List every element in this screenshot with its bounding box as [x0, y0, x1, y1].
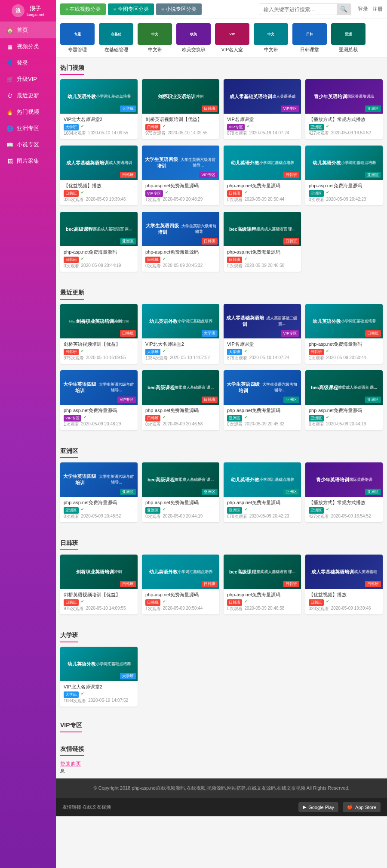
video-card[interactable]: 幼儿英语外教小学词汇基础点培养 日韩班 php-asp.net免费海量源码 日韩… [305, 304, 383, 364]
app-store-badge[interactable]: 🍎 App Store [343, 802, 381, 812]
hot-videos-grid: 幼儿英语外教小学词汇基础点培养 大学班 VIP北大名师课堂2 大学班 ✔ 108… [60, 79, 383, 139]
search-input[interactable] [259, 4, 337, 15]
friend-link-1[interactable]: 赞助购买 [60, 761, 81, 767]
video-tag: 亚洲区 [309, 415, 324, 422]
category-item[interactable]: 中文 中文班 [254, 23, 288, 53]
video-card[interactable]: bec高级课程擦柔成人基础语言 课... 亚洲区 php-asp.net免费海量… [142, 462, 219, 522]
video-card[interactable]: bec高级课程擦柔成人基础语言 课... 日韩班 php-asp.net免费海量… [224, 212, 301, 272]
sidebar-item-vip-upgrade[interactable]: 🛒 升级VIP [0, 71, 56, 87]
sidebar-item-video-category[interactable]: ▦ 视频分类 [0, 38, 56, 55]
category-item[interactable]: 日韩 日韩课堂 [292, 23, 327, 53]
verified-icon: ✔ [163, 415, 166, 422]
video-thumbnail: 成人零基础英语培训成人英语基础二级提... VIP专区 [224, 304, 301, 338]
sidebar-item-recent[interactable]: ⏱ 最近更新 [0, 87, 56, 104]
video-card[interactable]: 剑桥职业英语培训冲刺 日韩班 剑桥英语视频培训【优益】 日韩班 ✔ 975次观看… [60, 555, 138, 614]
sidebar-item-asia[interactable]: 🌐 亚洲专区 [0, 120, 56, 136]
video-info: 剑桥英语视频培训【优益】 日韩班 ✔ 975次观看 2020-05-10 16:… [60, 338, 138, 364]
sidebar-item-hot[interactable]: 🔥 热门视频 [0, 104, 56, 120]
sidebar-item-photos[interactable]: 🖼 图片采集 [0, 153, 56, 169]
video-card[interactable]: 幼儿英语外教小学词汇基础点培养 亚洲区 php-asp.net免费海量源码 亚洲… [305, 146, 383, 205]
category-item[interactable]: VIP VIP名人室 [215, 23, 249, 53]
video-card[interactable]: bec高级课程擦柔成人基础语言 课... 亚洲区 php-asp.net免费海量… [60, 212, 138, 272]
video-card[interactable]: 幼儿英语外教小学词汇基础点培养 大学班 VIP北大名师课堂2 大学班 ✔ 108… [142, 304, 219, 364]
video-thumbnail: 幼儿英语外教小学词汇基础点培养 日韩班 [142, 555, 219, 589]
university-grid: 幼儿英语外教小学词汇基础点培养 大学班 VIP北大名师课堂2 大学班 ✔ 108… [60, 647, 383, 707]
novel-category-btn[interactable]: ≡ 小说专区分类 [156, 3, 202, 15]
video-title: php-asp.net免费海量源码 [64, 407, 134, 414]
view-count: 878次观看 [227, 514, 247, 520]
video-stats: 427次观看 2020-05-09 16:54:52 [309, 514, 379, 520]
video-meta: VIP专区 ✔ [145, 190, 216, 197]
video-card[interactable]: 大学生英语四级培训大学生英语六级考前辅导... 亚洲区 php-asp.net免… [60, 462, 138, 522]
video-card[interactable]: 大学生英语四级培训大学生英语六级考前辅导... 亚洲区 php-asp.net免… [224, 370, 301, 430]
video-meta: 大学班 ✔ [64, 691, 134, 698]
video-stats: 0次观看 2020-05-09 20:46:58 [227, 606, 298, 612]
video-card[interactable]: 成人零基础英语培训成人英语基础 VIP专区 VIP名师课堂 VIP专区 ✔ 87… [224, 79, 301, 139]
category-item[interactable]: 中文 中文班 [138, 23, 172, 53]
video-card[interactable]: 大学生英语四级培训大学生英语六级考前辅导... VIP专区 php-asp.ne… [142, 146, 219, 205]
video-card[interactable]: 成人零基础英语培训成人英语培训 日韩班 【优益视频】播放 日韩班 ✔ 325次观… [60, 146, 138, 205]
video-date: 2020-05-09 20:42:23 [249, 514, 289, 520]
book-icon: 📖 [6, 141, 13, 148]
video-info: VIP名师课堂 大学班 ✔ 878次观看 2020-05-10 14:07:24 [224, 338, 301, 364]
video-card[interactable]: 大学生英语四级培训大学生英语六级考前辅导... VIP专区 php-asp.ne… [60, 370, 138, 430]
video-card[interactable]: 成人零基础英语培训成人英语基础二级提... VIP专区 VIP名师课堂 大学班 … [224, 304, 301, 364]
view-count: 0次观看 [227, 606, 243, 612]
hot-videos-grid-3: bec高级课程擦柔成人基础语言 课... 亚洲区 php-asp.net免费海量… [60, 212, 383, 272]
sidebar-item-home[interactable]: 🏠 首页 [0, 22, 56, 38]
video-card[interactable]: bec高级课程擦柔成人基础语言 课... 亚洲区 php-asp.net免费海量… [305, 370, 383, 430]
video-meta: 亚洲区 ✔ [227, 507, 298, 514]
video-card[interactable]: 剑桥职业英语培训冲刺 https://www.huzhan.com/ishop2… [60, 304, 138, 364]
photo-category-btn[interactable]: ≡ 全图专区分类 [108, 3, 154, 15]
video-card[interactable]: 幼儿英语外教小学词汇基础点培养 日韩班 php-asp.net免费海量源码 日韩… [142, 555, 219, 614]
video-meta: 亚洲区 ✔ [309, 124, 379, 130]
video-tag: 亚洲区 [309, 190, 324, 197]
video-date: 2020-05-09 20:45:52 [81, 514, 121, 520]
video-date: 2020-05-10 14:09:55 [86, 606, 126, 612]
university-section: 大学班 幼儿英语外教小学词汇基础点培养 大学班 VIP北大名师课堂2 大学班 ✔… [56, 625, 387, 717]
sidebar-item-login[interactable]: 👤 登录 [0, 55, 56, 71]
google-play-badge[interactable]: ▶ Google Play [298, 802, 338, 812]
video-date: 2020-05-10 14:07:24 [249, 355, 289, 361]
video-date: 2020-05-09 20:42:23 [326, 197, 366, 203]
video-title: 剑桥英语视频培训【优益】 [145, 116, 216, 123]
sidebar-item-label: 登录 [17, 59, 28, 67]
video-card[interactable]: 剑桥职业英语培训冲刺 日韩班 剑桥英语视频培训【优益】 日韩班 ✔ 975次观看… [142, 79, 219, 139]
video-card[interactable]: 幼儿英语外教小学词汇基础点培养 日韩班 php-asp.net免费海量源码 日韩… [224, 146, 301, 205]
video-card[interactable]: 幼儿英语外教小学词汇基础点培养 大学班 VIP北大名师课堂2 大学班 ✔ 108… [60, 647, 138, 707]
cart-icon: 🛒 [6, 76, 13, 83]
video-badge: 日韩班 [365, 581, 381, 587]
video-date: 2020-05-09 20:45:32 [245, 422, 285, 428]
login-link[interactable]: 登录 [358, 6, 368, 13]
video-title: VIP北大名师课堂2 [64, 116, 134, 123]
category-item[interactable]: 专题 专题管理 [60, 23, 95, 53]
video-title: VIP名师课堂 [227, 341, 298, 347]
category-item[interactable]: 在基础 在基础管理 [99, 23, 133, 53]
register-link[interactable]: 注册 [372, 6, 383, 13]
video-card[interactable]: 幼儿英语外教小学词汇基础点培养 亚洲区 php-asp.net免费海量源码 亚洲… [224, 462, 301, 522]
video-card[interactable]: bec高级课程擦柔成人基础语言 课... 日韩班 php-asp.net免费海量… [142, 370, 219, 430]
video-card[interactable]: bec高级课程擦柔成人基础语言 课... 日韩班 php-asp.net免费海量… [224, 555, 301, 614]
sidebar-item-label: 亚洲专区 [17, 124, 39, 132]
video-tag: 大学班 [64, 124, 79, 130]
vip-section: VIP专区 [56, 717, 387, 741]
video-card[interactable]: 青少年英语培训国际英语培训班 亚洲区 【播放方式】常规方式播放 亚洲区 ✔ 42… [305, 79, 383, 139]
video-tag: 日韩班 [64, 599, 79, 606]
category-item[interactable]: 欧美 欧美交换班 [176, 23, 211, 53]
video-tag: 日韩班 [64, 257, 79, 263]
video-card[interactable]: 成人零基础英语培训成人英语基础 日韩班 【优益视频】播放 日韩班 ✔ 328次观… [305, 555, 383, 614]
video-meta: 亚洲区 ✔ [227, 415, 298, 422]
main-content: ≡ 在线视频分类 ≡ 全图专区分类 ≡ 小说专区分类 🔍 登录 注册 专题 专题… [56, 0, 387, 868]
video-title: php-asp.net免费海量源码 [227, 183, 298, 189]
sidebar: 浪 浪子 langzi.net 🏠 首页 ▦ 视频分类 👤 登录 🛒 升级VIP… [0, 0, 56, 868]
search-button[interactable]: 🔍 [337, 4, 351, 15]
video-card[interactable]: 大学生英语四级培训大学生英语六级考前辅导 日韩班 php-asp.net免费海量… [142, 212, 219, 272]
video-category-btn[interactable]: ≡ 在线视频分类 [60, 3, 106, 15]
sidebar-item-novel[interactable]: 📖 小说专区 [0, 136, 56, 153]
video-card[interactable]: 青少年英语培训国际英语培训 亚洲区 【播放方式】常规方式播放 亚洲区 ✔ 427… [305, 462, 383, 522]
video-card[interactable]: 幼儿英语外教小学词汇基础点培养 大学班 VIP北大名师课堂2 大学班 ✔ 108… [60, 79, 138, 139]
video-date: 2020-05-09 16:54:52 [331, 514, 371, 520]
video-date: 2020-05-09 20:50:44 [163, 606, 203, 612]
category-item[interactable]: 亚洲 亚洲总裁 [331, 23, 366, 53]
vip-title: VIP专区 [60, 719, 82, 732]
